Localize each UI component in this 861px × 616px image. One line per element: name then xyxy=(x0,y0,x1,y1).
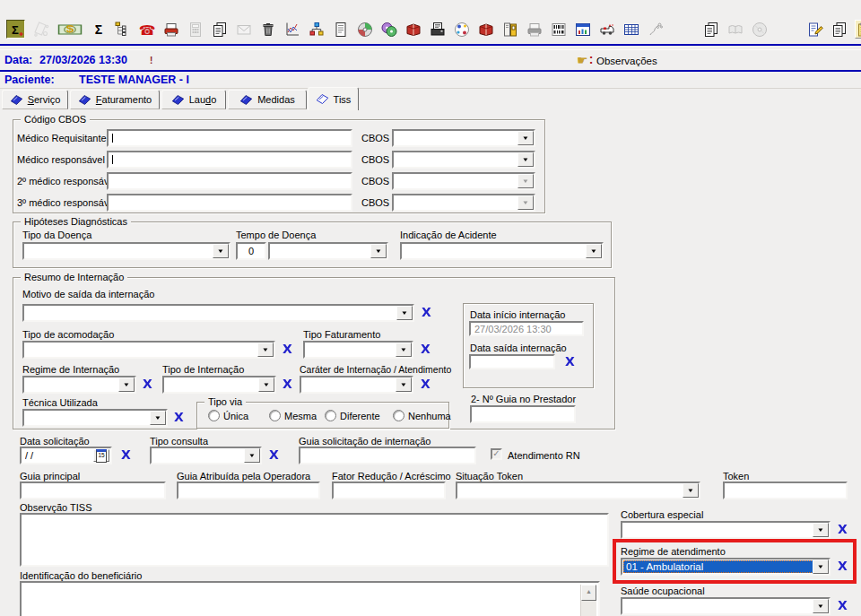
cobertura-especial-combo[interactable] xyxy=(621,521,831,539)
tipo-faturamento-combo[interactable] xyxy=(303,341,413,359)
window-chart-icon[interactable] xyxy=(574,21,591,38)
tab-servico[interactable]: Serviço xyxy=(2,90,68,109)
chevron-down-icon[interactable] xyxy=(813,523,829,537)
atendimento-rn-checkbox[interactable] xyxy=(491,448,502,460)
clear-data-solicitacao-button[interactable]: X xyxy=(121,448,131,460)
chevron-down-icon[interactable] xyxy=(813,599,829,613)
clear-data-saida-button[interactable]: X xyxy=(565,355,575,367)
carater-combo[interactable] xyxy=(300,376,413,394)
phone-icon[interactable] xyxy=(138,21,155,38)
calculator-icon[interactable] xyxy=(187,21,204,38)
radio-nenhuma[interactable]: Nenhuma xyxy=(393,410,451,421)
situacao-token-combo[interactable] xyxy=(456,482,700,499)
table-icon[interactable] xyxy=(622,21,639,38)
fator-reducao-input[interactable] xyxy=(332,482,446,499)
cd-gray-icon[interactable] xyxy=(751,21,768,38)
form-edit-icon[interactable] xyxy=(806,21,823,38)
chevron-down-icon[interactable] xyxy=(517,131,534,145)
chevron-down-icon[interactable] xyxy=(370,244,387,258)
medico-requisitante-input[interactable] xyxy=(107,129,352,147)
cbos-responsavel-combo[interactable] xyxy=(392,151,535,169)
chevron-down-icon[interactable] xyxy=(244,448,260,463)
clear-acomodacao-button[interactable]: X xyxy=(283,343,292,354)
trash-icon[interactable] xyxy=(259,21,276,38)
chart-icon[interactable] xyxy=(283,21,300,38)
tipo-internacao-combo[interactable] xyxy=(162,376,276,394)
clear-saude-button[interactable]: X xyxy=(838,599,848,611)
medico3-input[interactable] xyxy=(107,194,352,212)
indicacao-acidente-combo[interactable] xyxy=(400,242,604,260)
scroll-up-icon[interactable] xyxy=(581,585,596,601)
clear-tecnica-button[interactable]: X xyxy=(174,411,184,422)
radio-mesma[interactable]: Mesma xyxy=(269,410,317,421)
clear-cobertura-button[interactable]: X xyxy=(838,523,848,534)
tempo-doenca-combo[interactable] xyxy=(268,242,388,260)
tab-faturamento[interactable]: Faturamento xyxy=(70,90,160,109)
guia-prestador-input[interactable] xyxy=(470,405,576,423)
radio-icon[interactable] xyxy=(269,410,281,421)
printer-gray-icon[interactable] xyxy=(526,21,543,38)
regime-atendimento-combo[interactable]: 01 - Ambulatorial xyxy=(621,558,831,576)
medico2-input[interactable] xyxy=(107,172,352,190)
saude-ocupacional-combo[interactable] xyxy=(621,597,831,615)
radio-icon[interactable] xyxy=(325,410,336,421)
clear-tipo-consulta-button[interactable]: X xyxy=(269,448,279,460)
tab-tiss[interactable]: Tiss xyxy=(308,87,359,110)
tab-laudo[interactable]: Laudo xyxy=(161,90,226,109)
palette-icon[interactable] xyxy=(453,21,470,38)
copy-pages2-icon[interactable] xyxy=(702,21,719,38)
chevron-down-icon[interactable] xyxy=(517,152,534,167)
guia-principal-input[interactable] xyxy=(20,482,166,499)
bed-icon[interactable] xyxy=(501,21,518,38)
ambulance-icon[interactable] xyxy=(598,21,615,38)
cd-icon[interactable] xyxy=(356,21,373,38)
chevron-down-icon[interactable] xyxy=(396,377,412,392)
data-saida-input[interactable] xyxy=(469,354,555,369)
sum-add-icon[interactable] xyxy=(6,20,25,39)
clear-regime-button[interactable]: X xyxy=(143,377,152,389)
vertical-scrollbar[interactable] xyxy=(580,585,596,616)
motivo-saida-combo[interactable] xyxy=(22,304,414,322)
tree-icon[interactable] xyxy=(114,21,131,38)
red-book2-icon[interactable] xyxy=(477,21,494,38)
document-icon[interactable] xyxy=(332,21,349,38)
red-book-icon[interactable] xyxy=(404,21,422,38)
tempo-doenca-input[interactable]: 0 xyxy=(236,242,266,260)
fax-icon[interactable] xyxy=(429,21,446,38)
printer-red-icon[interactable] xyxy=(162,21,179,38)
clear-faturamento-button[interactable]: X xyxy=(421,343,430,354)
barcode-icon[interactable] xyxy=(550,21,567,38)
cd-multi-icon[interactable] xyxy=(380,21,397,38)
chevron-down-icon[interactable] xyxy=(396,343,412,357)
cards-icon[interactable] xyxy=(32,21,49,38)
chevron-down-icon[interactable] xyxy=(257,343,274,357)
book-gray-icon[interactable] xyxy=(726,21,744,38)
org-chart-icon[interactable] xyxy=(308,21,325,38)
identificacao-beneficiario-textarea[interactable] xyxy=(20,581,600,616)
chevron-down-icon[interactable] xyxy=(118,377,135,392)
data-solicitacao-input[interactable]: / / 15 xyxy=(20,447,112,464)
chevron-down-icon[interactable] xyxy=(213,244,229,258)
tecnica-combo[interactable] xyxy=(22,409,168,427)
tipo-consulta-combo[interactable] xyxy=(150,447,262,464)
copy-pages3-icon[interactable] xyxy=(831,21,848,38)
guia-operadora-input[interactable] xyxy=(177,482,320,499)
tipo-acomodacao-combo[interactable] xyxy=(22,341,275,359)
regime-internacao-combo[interactable] xyxy=(22,376,136,394)
guia-solicitacao-input[interactable] xyxy=(299,447,476,464)
chevron-down-icon[interactable] xyxy=(258,377,274,392)
chevron-down-icon[interactable] xyxy=(396,306,413,320)
observacoes-link[interactable]: Observações xyxy=(596,56,657,66)
token-input[interactable] xyxy=(723,482,848,499)
chevron-down-icon[interactable] xyxy=(150,411,166,425)
signature-spray-icon[interactable] xyxy=(647,21,664,38)
tipo-doenca-combo[interactable] xyxy=(22,242,230,260)
envelope-icon[interactable] xyxy=(235,21,252,38)
cbos-requisitante-combo[interactable] xyxy=(392,129,535,147)
medico-responsavel-input[interactable] xyxy=(107,151,352,169)
clear-regime-atendimento-button[interactable]: X xyxy=(838,560,848,571)
radio-unica[interactable]: Única xyxy=(208,410,248,421)
chevron-down-icon[interactable] xyxy=(683,483,699,498)
money-icon[interactable] xyxy=(57,21,83,38)
radio-icon[interactable] xyxy=(393,410,404,421)
